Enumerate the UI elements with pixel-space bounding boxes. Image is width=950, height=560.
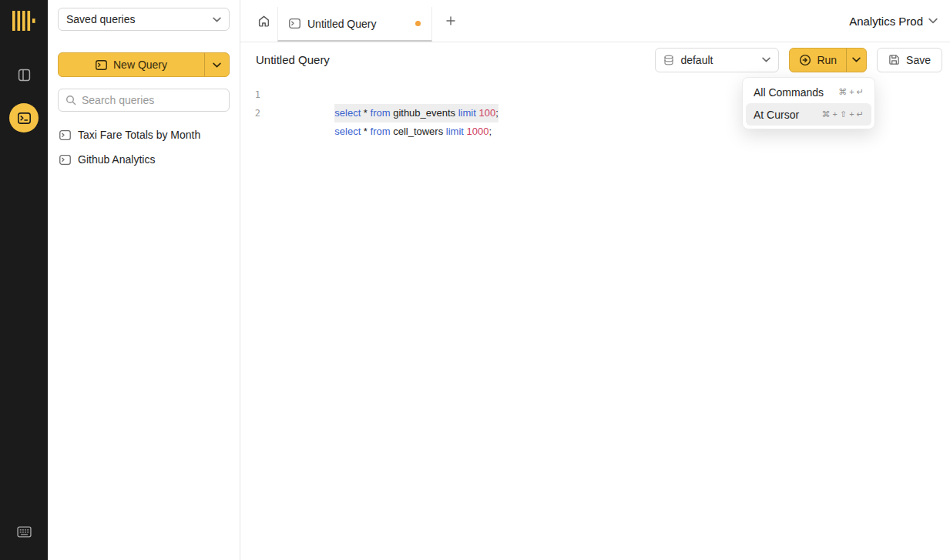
save-button[interactable]: Save <box>877 48 942 72</box>
menu-item-shortcut: ⌘ + ⇧ + ↵ <box>821 109 864 119</box>
search-queries-box[interactable] <box>58 89 230 112</box>
menu-item-at-cursor[interactable]: At Cursor ⌘ + ⇧ + ↵ <box>746 103 871 126</box>
saved-query-list: Taxi Fare Totals by Month Github Analyti… <box>58 122 230 172</box>
run-button[interactable]: Run <box>790 49 846 72</box>
layout-panel-icon <box>18 69 31 82</box>
new-query-label: New Query <box>113 59 167 71</box>
new-tab-button[interactable] <box>437 7 465 35</box>
plus-icon <box>445 15 456 26</box>
code-token: cell_towers <box>393 126 446 137</box>
new-query-button[interactable]: New Query <box>59 53 204 76</box>
clickhouse-logo[interactable] <box>12 9 36 32</box>
tab-untitled-query[interactable]: Untitled Query <box>277 7 432 42</box>
tab-bar: Untitled Query Analytics Prod <box>240 0 950 42</box>
code-token: ; <box>495 107 498 119</box>
query-icon <box>59 130 71 140</box>
database-selector[interactable]: default <box>655 48 779 72</box>
service-name: Analytics Prod <box>849 15 923 28</box>
code-token: limit <box>458 107 479 119</box>
keyboard-shortcuts-button[interactable] <box>9 517 39 546</box>
sql-console-nav-button[interactable] <box>9 103 39 132</box>
nav-rail <box>0 0 48 560</box>
new-query-split-button: New Query <box>58 52 230 77</box>
line-number-gutter: 1 2 <box>240 86 267 560</box>
code-token: select <box>334 126 364 137</box>
query-title: Untitled Query <box>256 53 330 66</box>
clickhouse-logo-icon <box>12 10 35 32</box>
saved-query-label: Github Analytics <box>78 153 155 166</box>
new-query-icon <box>96 60 107 70</box>
keyboard-icon <box>17 526 32 538</box>
code-token: * <box>364 126 371 137</box>
chevron-down-icon <box>762 57 770 62</box>
save-icon <box>888 54 900 65</box>
code-token: limit <box>446 126 467 137</box>
run-options-button[interactable] <box>846 49 866 72</box>
service-selector[interactable]: Analytics Prod <box>849 15 950 28</box>
code-line-text: select * from github_events limit 100; <box>334 104 498 122</box>
code-area[interactable]: select * from github_events limit 100; s… <box>267 86 950 560</box>
line-number: 2 <box>240 104 260 122</box>
code-token: * <box>364 107 371 119</box>
code-token: from <box>371 107 394 119</box>
chevron-down-icon <box>213 62 221 68</box>
code-line-text: select * from cell_towers limit 1000; <box>334 122 492 141</box>
line-number: 1 <box>240 86 260 104</box>
code-token: ; <box>488 126 492 137</box>
query-toolbar: Untitled Query default Run <box>240 42 950 77</box>
query-icon <box>59 155 71 165</box>
menu-item-all-commands[interactable]: All Commands ⌘ + ↵ <box>746 81 871 103</box>
sql-console-icon <box>18 112 31 124</box>
app-root: Saved queries New Query <box>0 0 950 560</box>
code-token: github_events <box>393 107 458 119</box>
database-value: default <box>680 54 756 66</box>
database-icon <box>663 55 674 65</box>
code-token: 100 <box>478 107 495 119</box>
tab-label: Untitled Query <box>307 18 376 30</box>
query-tab-icon <box>289 18 300 29</box>
code-token: select <box>334 107 364 119</box>
home-icon <box>257 15 270 28</box>
home-button[interactable] <box>250 7 277 35</box>
run-options-menu: All Commands ⌘ + ↵ At Cursor ⌘ + ⇧ + ↵ <box>742 77 875 129</box>
save-label: Save <box>906 54 931 66</box>
chevron-down-icon <box>852 57 861 62</box>
new-query-menu-button[interactable] <box>204 53 229 76</box>
run-split-button: Run <box>789 48 867 72</box>
code-token: from <box>371 126 394 137</box>
search-queries-input[interactable] <box>82 94 222 106</box>
run-label: Run <box>817 54 837 66</box>
saved-query-item[interactable]: Taxi Fare Totals by Month <box>58 122 230 147</box>
chevron-down-icon <box>928 18 938 24</box>
saved-query-item[interactable]: Github Analytics <box>58 147 230 172</box>
query-collection-label: Saved queries <box>66 13 136 25</box>
main-area: Untitled Query Analytics Prod Untitled Q… <box>240 0 950 560</box>
sql-editor[interactable]: 1 2 select * from github_events limit 10… <box>240 77 950 560</box>
code-token: 1000 <box>467 126 489 137</box>
menu-item-label: All Commands <box>754 86 824 99</box>
menu-item-label: At Cursor <box>754 109 799 121</box>
saved-queries-panel: Saved queries New Query <box>48 0 240 560</box>
run-icon <box>799 54 811 66</box>
dashboards-nav-button[interactable] <box>9 60 39 89</box>
menu-item-shortcut: ⌘ + ↵ <box>838 87 864 97</box>
chevron-down-icon <box>213 17 221 22</box>
search-icon <box>65 95 76 106</box>
query-collection-select[interactable]: Saved queries <box>58 8 230 31</box>
unsaved-changes-dot <box>415 21 421 26</box>
saved-query-label: Taxi Fare Totals by Month <box>78 129 200 141</box>
